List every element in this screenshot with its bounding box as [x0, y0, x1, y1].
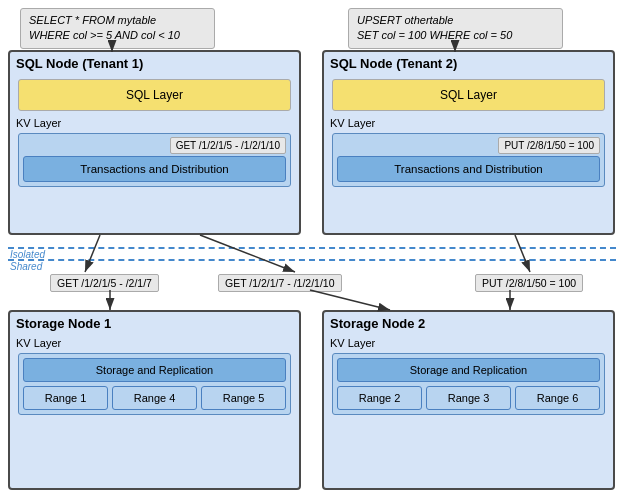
- range-3: Range 3: [426, 386, 511, 410]
- range-1: Range 1: [23, 386, 108, 410]
- shared-boundary: [8, 259, 616, 261]
- op-put-label: PUT /2/8/1/50 = 100: [475, 274, 583, 292]
- sql-node-2-title: SQL Node (Tenant 2): [324, 52, 613, 75]
- svg-line-5: [515, 235, 530, 272]
- op-get1-label: GET /1/2/1/5 - /2/1/7: [50, 274, 159, 292]
- txn-dist-1: Transactions and Distribution: [23, 156, 286, 182]
- kv-layer-2: PUT /2/8/1/50 = 100 Transactions and Dis…: [332, 133, 605, 187]
- kv-label-2: KV Layer: [324, 115, 613, 131]
- svg-line-4: [200, 235, 295, 272]
- storage-kv-layer-2: Storage and Replication Range 2 Range 3 …: [332, 353, 605, 415]
- storage-node-2-title: Storage Node 2: [324, 312, 613, 335]
- get-label-1: GET /1/2/1/5 - /1/2/1/10: [170, 137, 286, 154]
- sql-node-2: SQL Node (Tenant 2) SQL Layer KV Layer P…: [322, 50, 615, 235]
- sql-node-1-title: SQL Node (Tenant 1): [10, 52, 299, 75]
- query-box-1: SELECT * FROM mytable WHERE col >= 5 AND…: [20, 8, 215, 49]
- sql-node-1: SQL Node (Tenant 1) SQL Layer KV Layer G…: [8, 50, 301, 235]
- query-box-2: UPSERT othertable SET col = 100 WHERE co…: [348, 8, 563, 49]
- kv-layer-1: GET /1/2/1/5 - /1/2/1/10 Transactions an…: [18, 133, 291, 187]
- storage-node-1: Storage Node 1 KV Layer Storage and Repl…: [8, 310, 301, 490]
- op-get2-label: GET /1/2/1/7 - /1/2/1/10: [218, 274, 342, 292]
- isolated-label: Isolated: [10, 249, 45, 260]
- storage-node-2: Storage Node 2 KV Layer Storage and Repl…: [322, 310, 615, 490]
- isolated-boundary: [8, 247, 616, 249]
- kv-label-1: KV Layer: [10, 115, 299, 131]
- svg-line-3: [85, 235, 100, 272]
- txn-dist-2: Transactions and Distribution: [337, 156, 600, 182]
- storage-node-1-title: Storage Node 1: [10, 312, 299, 335]
- sql-layer-1: SQL Layer: [18, 79, 291, 111]
- storage-kv-label-2: KV Layer: [324, 335, 613, 351]
- storage-kv-layer-1: Storage and Replication Range 1 Range 4 …: [18, 353, 291, 415]
- sql-layer-2: SQL Layer: [332, 79, 605, 111]
- shared-label: Shared: [10, 261, 42, 272]
- range-boxes-2: Range 2 Range 3 Range 6: [337, 386, 600, 410]
- storage-repl-2: Storage and Replication: [337, 358, 600, 382]
- range-4: Range 4: [112, 386, 197, 410]
- svg-line-7: [310, 290, 390, 310]
- range-6: Range 6: [515, 386, 600, 410]
- range-5: Range 5: [201, 386, 286, 410]
- put-label-2: PUT /2/8/1/50 = 100: [498, 137, 600, 154]
- range-boxes-1: Range 1 Range 4 Range 5: [23, 386, 286, 410]
- storage-repl-1: Storage and Replication: [23, 358, 286, 382]
- diagram: SELECT * FROM mytable WHERE col >= 5 AND…: [0, 0, 624, 503]
- range-2: Range 2: [337, 386, 422, 410]
- storage-kv-label-1: KV Layer: [10, 335, 299, 351]
